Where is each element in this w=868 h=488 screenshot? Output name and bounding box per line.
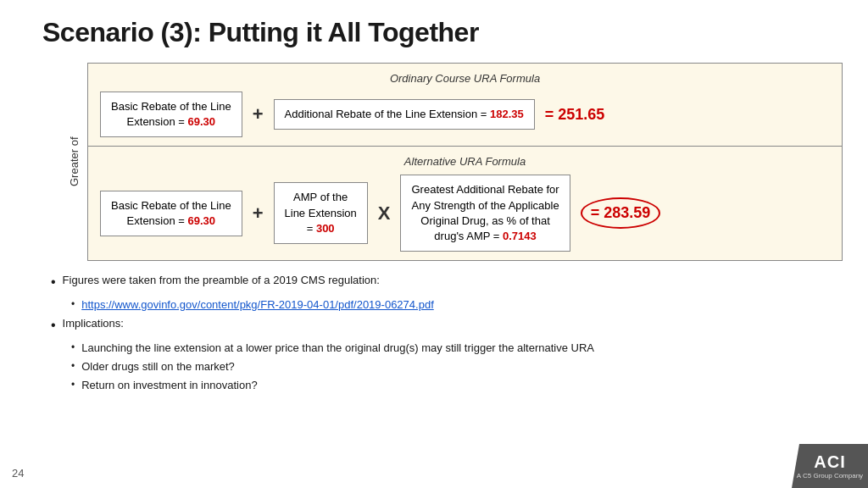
formula1-result-value: 251.65 <box>558 106 604 123</box>
formula2-box1-value: 69.30 <box>188 214 216 227</box>
formula1-box2-value: 182.35 <box>490 108 524 120</box>
formula1-box1-value: 69.30 <box>188 115 216 128</box>
formula1-result: = 251.65 <box>545 106 605 124</box>
formula1-result-prefix: = <box>545 106 559 123</box>
formula1-box2: Additional Rebate of the Line Extension … <box>274 99 535 130</box>
cms-link[interactable]: https://www.govinfo.gov/content/pkg/FR-2… <box>81 297 434 313</box>
bullet2-sub1: Launching the line extension at a lower … <box>71 340 843 357</box>
bullet2: Implications: <box>51 315 843 336</box>
formula2-result-value: 283.59 <box>604 204 650 221</box>
logo-area: ACI A C5 Group Company <box>792 444 868 488</box>
formula1-operator: + <box>249 103 267 125</box>
formula1-box1: Basic Rebate of the LineExtension = 69.3… <box>100 92 242 137</box>
logo-subtitle: A C5 Group Company <box>797 472 863 480</box>
formula2-row: Alternative URA Formula Basic Rebate of … <box>88 147 842 260</box>
formula2-box3-value: 0.7143 <box>503 230 537 242</box>
formula2-box1: Basic Rebate of the LineExtension = 69.3… <box>100 191 242 236</box>
formula1-outer-row: Basic Rebate of the LineExtension = 69.3… <box>100 92 830 137</box>
page-number: 24 <box>12 467 24 480</box>
greater-of-label: Greater of <box>68 60 81 263</box>
bullet2-sub3: Return on investment in innovation? <box>71 377 843 394</box>
bullet2-sub2-text: Older drugs still on the market? <box>81 358 235 375</box>
formula2-outer-row: Basic Rebate of the LineExtension = 69.3… <box>100 175 830 252</box>
slide: Scenario (3): Putting it All Together Gr… <box>0 0 868 488</box>
bullet1-text: Figures were taken from the preamble of … <box>63 272 380 289</box>
formula2-operator1: + <box>249 202 267 225</box>
bullet1: Figures were taken from the preamble of … <box>51 272 843 293</box>
formula2-box3-line4: drug's AMP = <box>434 230 499 242</box>
formula1-row: Ordinary Course URA Formula Basic Rebate… <box>88 64 842 147</box>
bullet2-text: Implications: <box>63 315 124 332</box>
formula2-title: Alternative URA Formula <box>100 155 830 168</box>
formula1-title: Ordinary Course URA Formula <box>100 72 830 85</box>
bullet2-sub1-text: Launching the line extension at a lower … <box>81 340 594 357</box>
formula2-box3: Greatest Additional Rebate for Any Stren… <box>400 175 570 252</box>
formula2-box3-line1: Greatest Additional Rebate for <box>411 183 559 196</box>
formula2-box2-line2: Line Extension <box>285 207 357 219</box>
page-title: Scenario (3): Putting it All Together <box>42 17 843 48</box>
formula2-elements: Basic Rebate of the LineExtension = 69.3… <box>100 175 570 252</box>
bullet1-subs: https://www.govinfo.gov/content/pkg/FR-2… <box>71 297 843 313</box>
bullets-section: Figures were taken from the preamble of … <box>51 272 843 394</box>
diagram-area: Greater of Ordinary Course URA Formula B… <box>68 60 843 263</box>
formula2-result-prefix: = <box>591 204 604 221</box>
bullet1-sub1: https://www.govinfo.gov/content/pkg/FR-2… <box>71 297 843 313</box>
bullet2-sub2: Older drugs still on the market? <box>71 358 843 375</box>
formula2-box2-prefix: = <box>307 222 316 235</box>
formula2-box2-line1: AMP of the <box>293 191 348 203</box>
formula2-operator2: X <box>375 202 394 225</box>
formulas-container: Ordinary Course URA Formula Basic Rebate… <box>87 63 843 261</box>
logo-name: ACI <box>814 452 845 472</box>
formula2-box2: AMP of the Line Extension = 300 <box>274 182 368 244</box>
formula1-elements: Basic Rebate of the LineExtension = 69.3… <box>100 92 535 137</box>
formula2-result: = 283.59 <box>581 197 661 229</box>
formula2-box3-line3: Original Drug, as % of that <box>420 214 549 227</box>
formula2-box2-value: 300 <box>316 222 335 235</box>
formula2-box3-line2: Any Strength of the Applicable <box>411 199 559 212</box>
formula1-box2-prefix: Additional Rebate of the Line Extension … <box>285 108 490 120</box>
bullet2-sub3-text: Return on investment in innovation? <box>81 377 257 394</box>
bullet2-subs: Launching the line extension at a lower … <box>71 340 843 394</box>
